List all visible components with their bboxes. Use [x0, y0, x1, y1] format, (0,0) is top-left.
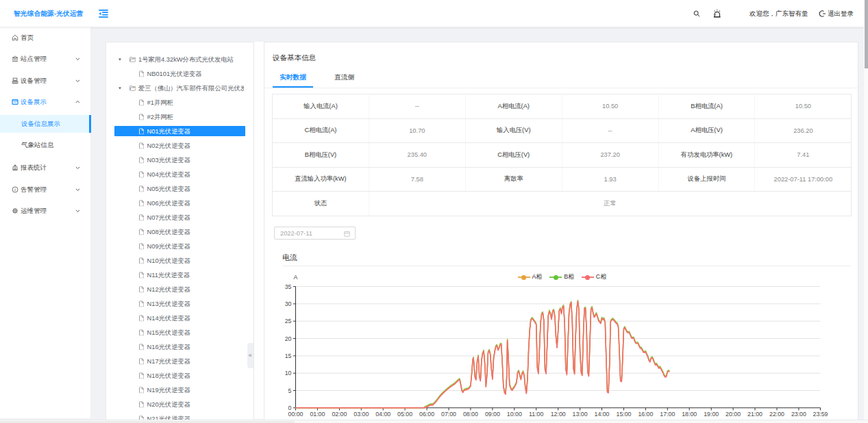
svg-text:16:00: 16:00: [638, 411, 653, 418]
svg-text:23:00: 23:00: [791, 411, 806, 418]
svg-text:20:00: 20:00: [726, 411, 741, 418]
svg-text:25: 25: [284, 318, 291, 324]
svg-text:10:00: 10:00: [506, 411, 521, 418]
svg-text:03:00: 03:00: [354, 411, 369, 418]
svg-text:21:00: 21:00: [747, 411, 762, 418]
svg-text:30: 30: [284, 300, 291, 307]
svg-text:01:00: 01:00: [310, 411, 325, 418]
svg-text:19:00: 19:00: [704, 411, 719, 418]
svg-text:20: 20: [284, 335, 291, 342]
svg-text:15:00: 15:00: [616, 411, 631, 418]
svg-text:13:00: 13:00: [572, 411, 587, 418]
svg-text:12:00: 12:00: [550, 411, 565, 418]
svg-text:02:00: 02:00: [332, 411, 347, 418]
svg-text:22:00: 22:00: [769, 411, 784, 418]
svg-text:5: 5: [288, 387, 291, 394]
svg-text:35: 35: [284, 283, 291, 290]
svg-text:09:00: 09:00: [484, 411, 499, 418]
svg-text:A: A: [293, 274, 297, 281]
svg-text:05:00: 05:00: [397, 411, 412, 418]
svg-text:10: 10: [284, 370, 291, 376]
svg-text:23:59: 23:59: [813, 411, 828, 418]
svg-text:04:00: 04:00: [375, 411, 390, 418]
svg-text:17:00: 17:00: [660, 411, 675, 418]
svg-text:08:00: 08:00: [462, 411, 478, 418]
svg-text:14:00: 14:00: [594, 411, 609, 418]
svg-text:15: 15: [284, 352, 291, 359]
svg-text:07:00: 07:00: [441, 411, 456, 418]
svg-text:00:00: 00:00: [288, 411, 303, 418]
svg-text:18:00: 18:00: [682, 411, 697, 418]
svg-text:11:00: 11:00: [529, 411, 543, 418]
svg-text:06:00: 06:00: [419, 411, 434, 418]
